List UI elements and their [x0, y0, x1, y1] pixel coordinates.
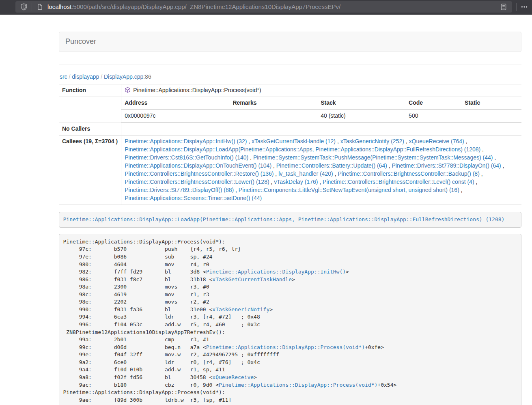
- url-text: localhost:5000/path/src/displayapp/Displ…: [47, 2, 498, 11]
- callee-link[interactable]: Pinetime::Applications::Screens::Timer::…: [125, 195, 262, 201]
- callee-link[interactable]: Pinetime::Controllers::BrightnessControl…: [338, 170, 479, 177]
- callee-link[interactable]: xQueueReceive (764): [409, 138, 464, 144]
- breadcrumb-link[interactable]: displayapp: [72, 73, 99, 80]
- metrics-value: 0x0000097c: [121, 110, 229, 122]
- metrics-data-row: 0x0000097c40 (static)500: [121, 110, 521, 122]
- callee-link[interactable]: Pinetime::Controllers::BrightnessControl…: [125, 170, 274, 177]
- table-row: AddressRemarksStackCodeStatic 0x0000097c…: [59, 97, 521, 123]
- disassembly-block: Pinetime::Applications::DisplayApp::Proc…: [59, 234, 521, 405]
- page-container: Puncover src / displayapp / DisplayApp.c…: [59, 32, 521, 405]
- callee-separator: ,: [248, 154, 253, 161]
- disassembly-symbol-link[interactable]: Pinetime::Applications::DisplayApp::Init…: [206, 269, 346, 275]
- callee-link[interactable]: Pinetime::Drivers::Cst816S::GetTouchInfo…: [125, 154, 248, 161]
- app-title[interactable]: Puncover: [65, 37, 96, 47]
- callee-link[interactable]: Pinetime::Controllers::BrightnessControl…: [323, 179, 474, 185]
- browser-toolbar: localhost:5000/path/src/displayapp/Displ…: [0, 0, 532, 15]
- shield-icon[interactable]: [19, 2, 29, 12]
- metrics-column-header: Stack: [317, 97, 405, 110]
- toolbar-divider: [516, 3, 517, 11]
- divider: [59, 65, 521, 65]
- callee-separator: ,: [274, 170, 278, 177]
- metrics-value: 40 (static): [317, 110, 405, 122]
- metrics-value: [229, 110, 317, 122]
- callee-link[interactable]: Pinetime::Applications::DisplayApp::Load…: [125, 146, 480, 153]
- function-name-cell: Pinetime::Applications::DisplayApp::Proc…: [121, 84, 521, 97]
- callee-separator: ,: [247, 138, 252, 144]
- selected-callee-link[interactable]: Pinetime::Applications::DisplayApp::Load…: [63, 216, 505, 222]
- function-name: Pinetime::Applications::DisplayApp::Proc…: [133, 87, 261, 93]
- callees-label: Callees (19, Σ=3704 ): [59, 135, 121, 205]
- app-header-panel: Puncover: [59, 32, 521, 52]
- callee-link[interactable]: Pinetime::Components::LittleVgl::SetNewT…: [239, 187, 459, 193]
- table-row: Function Pinetime::Applications::Display…: [59, 84, 521, 97]
- metrics-value: [461, 110, 521, 122]
- function-label: Function: [59, 84, 121, 97]
- breadcrumb-separator: /: [99, 73, 104, 80]
- callee-link[interactable]: Pinetime::Drivers::St7789::DisplayOn() (…: [392, 162, 501, 169]
- page-icon[interactable]: [34, 2, 45, 12]
- selected-callee-box: Pinetime::Applications::DisplayApp::Load…: [59, 212, 521, 228]
- disassembly-symbol-link[interactable]: xTaskGetCurrentTaskHandle: [212, 276, 292, 282]
- disassembly-symbol-link[interactable]: xQueueReceive: [212, 374, 254, 380]
- breadcrumb-separator: /: [67, 73, 72, 80]
- callee-separator: ,: [333, 170, 338, 177]
- callee-separator: ,: [269, 179, 274, 185]
- callee-separator: ,: [336, 138, 340, 144]
- callees-cell: Pinetime::Applications::DisplayApp::Init…: [121, 135, 521, 205]
- breadcrumb-link[interactable]: src: [60, 73, 67, 80]
- metrics-table: AddressRemarksStackCodeStatic 0x0000097c…: [121, 97, 521, 123]
- callee-separator: ,: [404, 138, 409, 144]
- disassembly-symbol-link[interactable]: Pinetime::Applications::DisplayApp::Proc…: [206, 344, 365, 350]
- disassembly-symbol-link[interactable]: xTaskGenericNotify: [212, 306, 269, 312]
- breadcrumb-link[interactable]: DisplayApp.cpp: [104, 73, 143, 80]
- callee-separator: ,: [480, 170, 483, 177]
- callee-link[interactable]: xTaskGetCurrentTaskHandle (12): [252, 138, 336, 144]
- url-path: :5000/path/src/displayapp/DisplayApp.cpp…: [71, 3, 340, 10]
- empty-label-cell: [59, 97, 121, 123]
- table-row: No Callers: [59, 123, 521, 135]
- callee-separator: ,: [464, 138, 467, 144]
- callee-link[interactable]: Pinetime::System::SystemTask::PushMessag…: [253, 154, 493, 161]
- callee-separator: ,: [271, 162, 276, 169]
- reader-mode-icon[interactable]: [498, 2, 509, 12]
- cube-icon: [125, 87, 131, 93]
- breadcrumb-line-number: :86: [143, 73, 151, 80]
- overflow-menu-icon[interactable]: [521, 3, 528, 11]
- callee-link[interactable]: Pinetime::Applications::DisplayApp::Init…: [125, 138, 247, 144]
- disassembly-symbol-link[interactable]: Pinetime::Applications::DisplayApp::Proc…: [219, 382, 377, 388]
- metrics-header-row: AddressRemarksStackCodeStatic: [121, 97, 521, 110]
- metrics-column-header: Static: [461, 97, 521, 110]
- callee-link[interactable]: Pinetime::Controllers::BrightnessControl…: [125, 179, 269, 185]
- metrics-cell: AddressRemarksStackCodeStatic 0x0000097c…: [121, 97, 521, 123]
- function-table: Function Pinetime::Applications::Display…: [59, 84, 521, 205]
- metrics-value: 500: [405, 110, 461, 122]
- url-bar[interactable]: localhost:5000/path/src/displayapp/Displ…: [15, 1, 512, 13]
- metrics-column-header: Address: [121, 97, 229, 110]
- table-row: Callees (19, Σ=3704 ) Pinetime::Applicat…: [59, 135, 521, 205]
- metrics-column-header: Code: [405, 97, 461, 110]
- callee-separator: ,: [459, 187, 463, 193]
- callee-link[interactable]: xTaskGenericNotify (252): [340, 138, 404, 144]
- callee-separator: ,: [501, 162, 504, 169]
- urlbar-divider: [32, 3, 32, 11]
- callee-separator: ,: [234, 187, 239, 193]
- callee-link[interactable]: lv_task_handler (420): [278, 170, 333, 177]
- url-host: localhost: [47, 3, 71, 10]
- callers-cell: [121, 123, 521, 135]
- callee-link[interactable]: vTaskDelay (176): [274, 179, 318, 185]
- callee-separator: ,: [318, 179, 323, 185]
- callee-link[interactable]: Pinetime::Applications::DisplayApp::OnTo…: [125, 162, 271, 169]
- no-callers-label: No Callers: [59, 123, 121, 135]
- callee-separator: ,: [480, 146, 484, 153]
- callee-link[interactable]: Pinetime::Controllers::Battery::Update()…: [276, 162, 387, 169]
- callee-separator: ,: [474, 179, 478, 185]
- breadcrumb: src / displayapp / DisplayApp.cpp:86: [60, 73, 521, 81]
- callee-separator: ,: [493, 154, 496, 161]
- metrics-column-header: Remarks: [229, 97, 317, 110]
- callee-link[interactable]: Pinetime::Drivers::St7789::DisplayOff() …: [125, 187, 234, 193]
- callee-separator: ,: [387, 162, 392, 169]
